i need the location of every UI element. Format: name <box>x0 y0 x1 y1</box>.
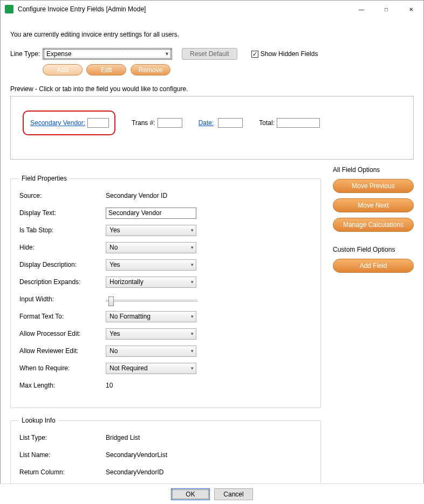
custom-field-options-heading: Custom Field Options <box>333 246 414 253</box>
window-title: Configure Invoice Entry Fields [Admin Mo… <box>18 5 349 13</box>
line-type-value: Expense <box>46 50 72 58</box>
edit-button[interactable]: Edit <box>86 64 126 75</box>
maximize-button[interactable]: □ <box>374 1 399 18</box>
input-width-slider[interactable] <box>106 300 197 302</box>
all-field-options-heading: All Field Options <box>333 166 414 174</box>
chevron-down-icon: ▾ <box>191 245 194 250</box>
checkbox-mark: ✓ <box>251 51 258 58</box>
remove-button[interactable]: Remove <box>131 64 171 75</box>
input-width-label: Input Width: <box>19 295 106 303</box>
chevron-down-icon: ▾ <box>191 348 194 354</box>
chevron-down-icon: ▾ <box>191 314 194 319</box>
list-name-label: List Name: <box>19 451 106 459</box>
list-name-value: SecondaryVendorList <box>106 451 167 459</box>
line-type-select[interactable]: Expense ▼ <box>43 48 172 60</box>
allow-processor-edit-select[interactable]: Yes▾ <box>106 328 196 340</box>
allow-reviewer-edit-label: Allow Reviewer Edit: <box>19 347 106 355</box>
manage-calculations-button[interactable]: Manage Calculations <box>333 218 414 232</box>
hide-label: Hide: <box>19 244 106 251</box>
secondary-vendor-label[interactable]: Secondary Vendor: <box>30 119 85 127</box>
description-expands-label: Description Expands: <box>19 278 106 286</box>
add-button[interactable]: Add <box>43 64 83 75</box>
chevron-down-icon: ▼ <box>165 51 169 57</box>
return-column-value: SecondaryVendorID <box>106 468 163 476</box>
description-expands-select[interactable]: Horizontally▾ <box>106 277 196 288</box>
cancel-button[interactable]: Cancel <box>214 488 253 500</box>
selected-field-highlight: Secondary Vendor: <box>23 111 115 135</box>
app-icon <box>5 5 13 13</box>
display-text-label: Display Text: <box>19 209 106 217</box>
list-type-label: List Type: <box>19 434 106 441</box>
return-column-label: Return Column: <box>19 468 106 476</box>
chevron-down-icon: ▾ <box>191 262 194 267</box>
preview-box: Secondary Vendor: Trans #: Date: Total: <box>10 96 414 160</box>
field-properties-legend: Field Properties <box>19 175 69 182</box>
titlebar: Configure Invoice Entry Fields [Admin Mo… <box>1 1 423 18</box>
display-description-select[interactable]: Yes▾ <box>106 259 196 271</box>
format-text-to-select[interactable]: No Formatting▾ <box>106 311 196 322</box>
trans-number-input[interactable] <box>158 118 182 128</box>
move-next-button[interactable]: Move Next <box>333 198 414 212</box>
total-input[interactable] <box>277 118 320 128</box>
minimize-button[interactable]: — <box>349 1 374 18</box>
total-label: Total: <box>259 119 275 127</box>
date-input[interactable] <box>218 118 243 128</box>
format-text-to-label: Format Text To: <box>19 313 106 320</box>
when-to-require-select[interactable]: Not Required▾ <box>106 363 196 374</box>
reset-default-button[interactable]: Reset Default <box>182 48 237 60</box>
hide-select[interactable]: No▾ <box>106 242 196 253</box>
move-previous-button[interactable]: Move Previous <box>333 179 414 193</box>
ok-button[interactable]: OK <box>171 488 210 500</box>
when-to-require-label: When to Require: <box>19 364 106 372</box>
date-label[interactable]: Date: <box>199 119 214 127</box>
chevron-down-icon: ▾ <box>191 279 194 285</box>
secondary-vendor-input[interactable] <box>87 118 109 128</box>
preview-label: Preview - Click or tab into the field yo… <box>10 85 414 93</box>
field-properties-group: Field Properties Source: Secondary Vendo… <box>10 175 321 408</box>
allow-processor-edit-label: Allow Processor Edit: <box>19 330 106 337</box>
show-hidden-label: Show Hidden Fields <box>261 50 318 58</box>
chevron-down-icon: ▾ <box>191 331 194 336</box>
is-tab-stop-select[interactable]: Yes▾ <box>106 225 196 236</box>
trans-number-label: Trans #: <box>132 119 155 127</box>
chevron-down-icon: ▾ <box>191 365 194 371</box>
close-button[interactable]: ✕ <box>399 1 423 18</box>
allow-reviewer-edit-select[interactable]: No▾ <box>106 346 196 357</box>
display-text-input[interactable]: Secondary Vendor <box>106 208 196 219</box>
max-length-label: Max Length: <box>19 382 106 389</box>
source-label: Source: <box>19 192 106 199</box>
add-field-button[interactable]: Add Field <box>333 259 414 273</box>
dialog-footer: OK Cancel <box>0 484 424 504</box>
line-type-label: Line Type: <box>10 50 43 58</box>
is-tab-stop-label: Is Tab Stop: <box>19 226 106 234</box>
intro-text: You are currently editing invoice entry … <box>10 31 414 38</box>
list-type-value: Bridged List <box>106 434 140 441</box>
lookup-info-legend: Lookup Info <box>19 417 58 424</box>
max-length-value: 10 <box>106 382 113 389</box>
source-value: Secondary Vendor ID <box>106 192 167 199</box>
display-description-label: Display Description: <box>19 261 106 268</box>
show-hidden-checkbox[interactable]: ✓ Show Hidden Fields <box>251 50 318 58</box>
slider-thumb[interactable] <box>108 296 114 306</box>
chevron-down-icon: ▾ <box>191 227 194 233</box>
